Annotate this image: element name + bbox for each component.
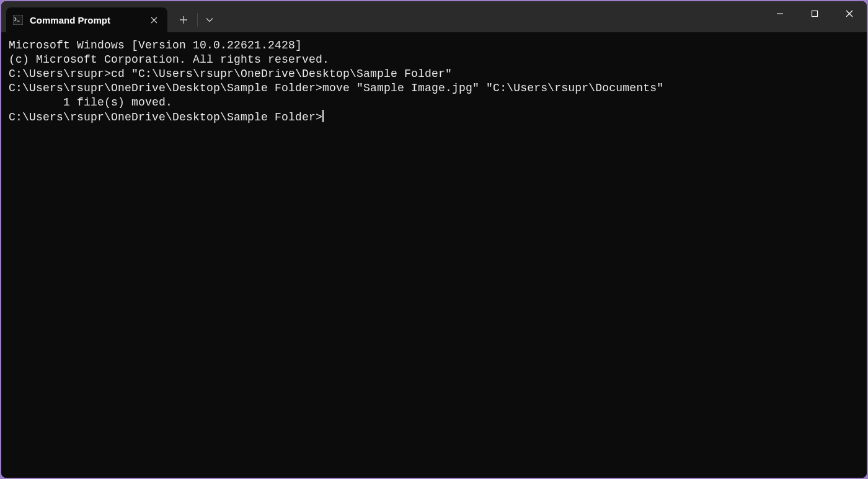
terminal-output[interactable]: Microsoft Windows [Version 10.0.22621.24…	[1, 32, 867, 478]
terminal-line: C:\Users\rsupr\OneDrive\Desktop\Sample F…	[9, 81, 859, 96]
terminal-line: (c) Microsoft Corporation. All rights re…	[9, 53, 859, 67]
terminal-line: Microsoft Windows [Version 10.0.22621.24…	[9, 38, 859, 53]
tab-title: Command Prompt	[30, 15, 141, 25]
terminal-line: 1 file(s) moved.	[9, 96, 859, 110]
new-tab-button[interactable]	[172, 9, 195, 31]
tab-actions	[167, 7, 219, 32]
tab-dropdown-button[interactable]	[200, 9, 219, 31]
close-tab-button[interactable]	[148, 14, 160, 26]
minimize-button[interactable]	[763, 1, 797, 26]
svg-rect-3	[812, 11, 818, 17]
tabs-area: Command Prompt	[1, 1, 219, 32]
maximize-button[interactable]	[797, 1, 832, 26]
close-window-button[interactable]	[832, 1, 867, 26]
cursor	[322, 110, 324, 122]
tab-command-prompt[interactable]: Command Prompt	[6, 7, 167, 32]
svg-rect-0	[13, 15, 23, 25]
window-controls	[763, 1, 867, 26]
titlebar: Command Prompt	[1, 1, 867, 32]
divider	[197, 13, 198, 27]
terminal-line: C:\Users\rsupr>cd "C:\Users\rsupr\OneDri…	[9, 67, 859, 81]
cmd-icon	[12, 14, 24, 25]
terminal-window: Command Prompt	[1, 1, 867, 478]
terminal-line: C:\Users\rsupr\OneDrive\Desktop\Sample F…	[9, 110, 859, 125]
